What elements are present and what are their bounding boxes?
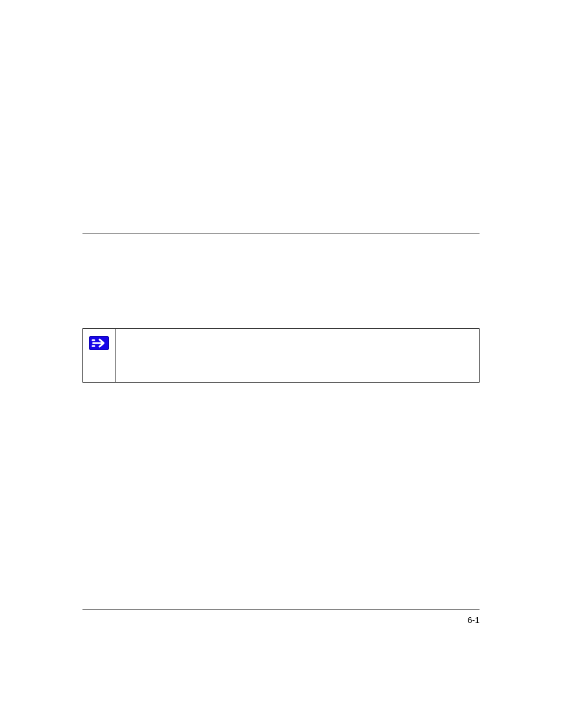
note-text: Note: The feature "Allow Upgrade or Chec… bbox=[115, 329, 479, 382]
chapter-title: Using Network Monitoring Tools bbox=[227, 195, 480, 213]
note-icon-cell bbox=[83, 329, 115, 382]
arrow-right-icon bbox=[89, 336, 109, 350]
intro-paragraph-1: This chapter describes how to use the ma… bbox=[82, 259, 480, 286]
intro-paragraphs: This chapter describes how to use the ma… bbox=[82, 259, 480, 322]
horizontal-rule-bottom bbox=[82, 610, 480, 610]
chapter-label: Chapter 6 bbox=[404, 165, 480, 184]
content-area: Chapter 6 Using Network Monitoring Tools… bbox=[82, 0, 480, 728]
intro-paragraph-2: You can access these features by selecti… bbox=[82, 295, 480, 322]
document-page: Chapter 6 Using Network Monitoring Tools… bbox=[0, 0, 562, 728]
page-footer: 6-1 bbox=[82, 615, 480, 625]
note-callout: Note: The feature "Allow Upgrade or Chec… bbox=[82, 328, 480, 383]
horizontal-rule-top bbox=[82, 233, 480, 233]
page-number: 6-1 bbox=[468, 615, 480, 625]
version-string: v1.0, August 2009 bbox=[82, 630, 134, 637]
